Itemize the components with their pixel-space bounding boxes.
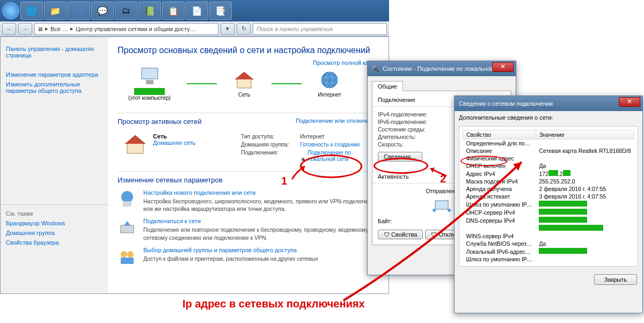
table-row: DHCP включенДа [463,162,634,170]
connect-network-link[interactable]: Подключиться к сети [143,218,379,224]
taskbar-app[interactable]: 💬 [91,2,114,20]
start-orb[interactable] [2,2,19,19]
svg-rect-14 [121,258,134,264]
new-connection-icon [118,189,137,209]
sidebar-homegroup[interactable]: Домашняя группа [6,230,103,236]
properties-button[interactable]: 🛡 Свойства [378,230,423,239]
main-content: Просмотр основных сведений о сети и наст… [108,37,389,293]
svg-rect-10 [123,201,131,207]
homegroup-ready-link[interactable]: Готовность к созданию [300,141,360,148]
forward-button[interactable]: → [18,23,32,35]
connect-icon [118,218,137,237]
homegroup-sharing-link[interactable]: Выбор домашней группы и параметров общег… [143,247,318,253]
table-row: Шлюз по умолчанию IP… [463,255,634,263]
close-dialog-button[interactable]: Закрыть [594,274,637,285]
task-description: Доступ к файлам и принтерам, расположенн… [143,255,318,262]
globe-icon [318,70,341,90]
table-row: WINS-сервер IPv4 [463,232,634,240]
annotation-arrow-1 [290,161,311,182]
details-header-label: Дополнительные сведения о сети: [455,111,642,122]
back-button[interactable]: ← [2,23,16,35]
breadcrumb[interactable]: 🖥 ▸ Все … ▸ Центр управления сетями и об… [34,23,218,35]
table-row: ОписаниеСетевая карта Realtek RTL8168D/8 [463,147,634,155]
close-button[interactable]: ✕ [619,97,640,107]
table-row: DNS-серверы IPv4 [463,216,634,224]
table-row: Маска подсети IPv4255.255.252.0 [463,178,634,185]
svg-marker-8 [125,135,145,144]
crumb-segment[interactable]: Центр управления сетями и общим досту… [76,26,196,32]
house-icon [123,133,148,156]
svg-marker-3 [235,72,253,79]
table-row: Аренда истекает3 февраля 2016 г. 4:07:55 [463,193,634,200]
internet-node: Интернет [318,70,341,98]
setup-connection-link[interactable]: Настройка нового подключения или сети [143,189,379,196]
svg-rect-0 [142,68,158,79]
task-description: Настройка беспроводного, широкополосного… [143,197,379,212]
crumb-segment[interactable]: Все … [50,26,68,32]
taskbar-app[interactable]: ◯ [68,2,90,20]
house-icon [233,70,255,90]
taskbar: 🌐 📁 ◯ 💬 🗂 📗 📋 📄 📑 [0,0,389,21]
network-map: ████ (этот компьютер) Сеть Интернет [118,63,379,108]
homegroup-icon [118,247,137,266]
svg-point-17 [433,209,436,212]
sidebar-adapter-settings[interactable]: Изменение параметров адаптера [6,71,103,78]
taskbar-app[interactable]: 🗂 [115,2,137,20]
col-property[interactable]: Свойство [463,130,536,140]
taskbar-app[interactable]: 📄 [186,2,208,20]
this-pc-node: ████ (этот компьютер) [128,66,171,101]
dialog-titlebar: Сведения о сетевом подключении [455,96,642,111]
svg-point-9 [121,191,133,203]
sidebar: Панель управления - домашняя страница Из… [1,37,108,293]
table-row: Шлюз по умолчанию IP… [463,200,634,208]
connection-link[interactable]: Подключение по локальной сети [308,149,356,162]
svg-rect-16 [435,201,448,209]
table-row: Локальный IPv6-адрес… [463,247,634,255]
annotation-caption: Ip адрес в сетевых подключениях [182,298,365,310]
svg-rect-11 [121,225,134,233]
active-network-panel: Сеть Домашняя сеть Тип доступа:Интернет … [118,130,379,167]
sidebar-home[interactable]: Панель управления - домашняя страница [6,46,103,58]
sidebar-firewall[interactable]: Брандмауэр Windows [6,220,103,226]
table-row: Служба NetBIOS через…Да [463,240,634,247]
table-row: Адрес IPv4172.2 [463,170,634,178]
svg-point-13 [127,251,134,258]
table-row: Физический адрес [463,155,634,162]
col-value[interactable]: Значение [536,130,634,140]
svg-rect-1 [146,80,153,84]
taskbar-app[interactable]: 📁 [44,2,67,20]
network-type-link[interactable]: Домашняя сеть [153,140,195,146]
annotation-arrow-2 [425,164,449,180]
address-bar: ← → 🖥 ▸ Все … ▸ Центр управления сетями … [0,21,389,36]
table-row: DHCP-сервер IPv4 [463,208,634,216]
change-settings-header: Изменение сетевых параметров [118,171,379,184]
table-row: Определенный для по… [463,140,634,148]
network-details-dialog: Сведения о сетевом подключении ✕ Дополни… [454,96,643,313]
active-networks-header: Просмотр активных сетей Подключение или … [118,113,379,126]
page-title: Просмотр основных сведений о сети и наст… [118,46,379,55]
network-name: Сеть [153,133,195,140]
network-node: Сеть [233,70,255,98]
taskbar-app[interactable]: 📑 [209,2,232,20]
computer-icon [138,66,161,86]
refresh-button[interactable]: ↻ [237,23,251,35]
taskbar-app[interactable]: 📗 [138,2,161,20]
close-button[interactable]: ✕ [492,62,514,72]
taskbar-app[interactable]: 📋 [162,2,185,20]
task-description: Подключение или повторное подключение к … [143,226,379,241]
taskbar-app[interactable]: 🌐 [20,2,43,20]
annotation-number-1: 1 [281,175,287,187]
history-dropdown[interactable]: ▾ [221,23,235,35]
table-row: Аренда получена2 февраля 2016 г. 4:07:55 [463,185,634,193]
network-center-window: ? Панель управления - домашняя страница … [0,36,389,294]
sidebar-sharing-settings[interactable]: Изменить дополнительные параметры общего… [6,81,103,94]
tab-general[interactable]: Общие [372,81,403,91]
svg-point-4 [321,72,338,88]
sidebar-browser-props[interactable]: Свойства браузера [6,239,103,246]
connect-disconnect-link[interactable]: Подключение или отключение [296,118,379,124]
see-also-label: См. также [6,210,103,217]
network-icon: 🔌 [372,65,379,72]
search-input[interactable]: Поиск в панели управления [253,23,387,35]
details-button[interactable]: Сведения… [378,152,422,162]
svg-point-18 [448,209,451,212]
